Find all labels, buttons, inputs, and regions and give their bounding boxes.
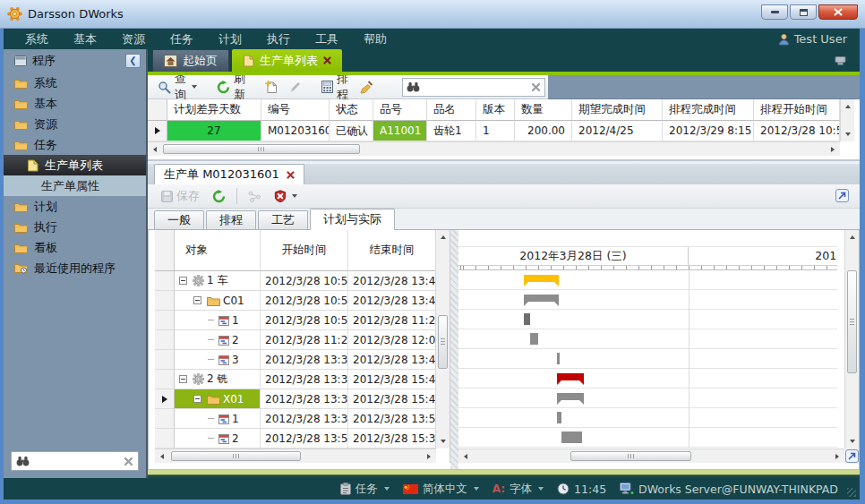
minimize-button[interactable] (761, 4, 788, 20)
subtab-plan-vs-actual[interactable]: 计划与实际 (310, 209, 395, 230)
status-language-dropdown[interactable]: 简体中文 (403, 482, 479, 497)
refresh-detail-button[interactable] (208, 188, 230, 205)
menu-item-help[interactable]: 帮助 (351, 29, 399, 49)
tab-production-order-list[interactable]: 生产单列表 (232, 49, 342, 72)
close-tab-icon[interactable] (323, 56, 331, 64)
user-badge[interactable]: Test User (778, 32, 851, 46)
gantt-vscrollbar[interactable] (844, 230, 859, 448)
menu-item-tools[interactable]: 工具 (303, 29, 351, 49)
status-font-dropdown[interactable]: A: 字体 (492, 482, 544, 497)
sidebar-item-production-order-list[interactable]: 生产单列表 (4, 155, 146, 175)
sidebar-item-plan[interactable]: 计划 (4, 196, 146, 217)
menu-item-execute[interactable]: 执行 (254, 29, 303, 49)
menu-item-resource[interactable]: 资源 (109, 29, 158, 49)
collapse-node-button[interactable] (179, 277, 187, 285)
column-header-status[interactable]: 状态 (330, 99, 373, 121)
grid-data-row[interactable]: 27M012031601已确认A11001齿轮11200.002012/4/25… (148, 121, 840, 141)
gantt-maximize-button[interactable] (844, 448, 859, 463)
relations-button[interactable] (244, 189, 266, 204)
new-button[interactable] (261, 79, 282, 96)
table-row[interactable]: 22012/3/28 11:222012/3/28 12:00 (155, 330, 450, 350)
column-header-qty[interactable]: 数量 (515, 99, 572, 121)
object-label: 1 (232, 413, 239, 425)
sidebar-search-input[interactable] (33, 455, 120, 467)
sidebar-item-basic[interactable]: 基本 (4, 93, 146, 114)
collapse-node-button[interactable] (179, 375, 187, 383)
sidebar-item-kanban[interactable]: 看板 (4, 237, 146, 258)
gantt-hscrollbar[interactable] (458, 448, 844, 463)
table-row[interactable]: 2 铣2012/3/28 13:302012/3/28 15:40 (155, 370, 450, 389)
column-header-item-no[interactable]: 品号 (373, 99, 427, 121)
menu-item-system[interactable]: 系统 (13, 29, 61, 49)
gantt-bar-summary[interactable] (557, 393, 584, 400)
table-column-header[interactable]: 对象 (175, 230, 261, 271)
table-row[interactable]: C012012/3/28 10:522012/3/28 13:40 (155, 291, 450, 311)
collapse-node-button[interactable] (193, 296, 201, 304)
column-header-expected-finish[interactable]: 期望完成时间 (572, 99, 663, 121)
table-hscroll-thumb[interactable] (171, 451, 301, 461)
table-row[interactable]: 32012/3/28 13:302012/3/28 13:40 (155, 350, 450, 370)
sidebar-item-recent-programs[interactable]: 最近使用的程序 (4, 258, 146, 278)
close-doc-icon[interactable] (287, 171, 295, 179)
clear-filter-icon[interactable] (531, 82, 541, 92)
splitter[interactable] (450, 230, 458, 469)
table-row[interactable]: 22012/3/28 13:502012/3/28 15:30 (155, 429, 450, 448)
close-button[interactable] (818, 4, 858, 20)
table-hscrollbar[interactable] (155, 448, 436, 463)
column-header-plan-diff-days[interactable]: 计划差异天数 (167, 99, 261, 121)
table-column-header[interactable]: 开始时间 (261, 230, 348, 271)
restore-button[interactable] (790, 4, 817, 20)
edit-button[interactable] (285, 79, 306, 95)
menu-item-basic[interactable]: 基本 (61, 29, 109, 49)
gantt-bar-summary[interactable] (557, 373, 584, 380)
collapse-node-button[interactable] (193, 395, 201, 403)
gantt-bar-task[interactable] (561, 431, 582, 443)
clear-search-icon[interactable] (124, 457, 133, 466)
subtab-process[interactable]: 工艺 (258, 210, 308, 229)
gantt-bar-task[interactable] (524, 313, 530, 325)
grid-hscrollbar[interactable] (148, 141, 840, 156)
grid-vscrollbar[interactable] (840, 99, 854, 141)
column-header-version[interactable]: 版本 (476, 99, 515, 121)
popout-icon[interactable] (835, 189, 849, 202)
table-row[interactable]: X012012/3/28 13:302012/3/28 15:40 (155, 389, 450, 409)
sidebar-item-execute[interactable]: 执行 (4, 217, 146, 237)
status-task-dropdown[interactable]: 任务 (340, 482, 390, 497)
grid-filter-input[interactable] (424, 81, 527, 93)
subtab-schedule[interactable]: 排程 (206, 210, 256, 229)
table-column-header[interactable]: 结束时间 (348, 230, 436, 271)
table-row[interactable]: 12012/3/28 13:302012/3/28 13:50 (155, 409, 450, 429)
gantt-bar-summary[interactable] (524, 295, 559, 302)
collapse-sidebar-button[interactable]: ❮ (125, 54, 141, 68)
gantt-bar-task[interactable] (530, 333, 538, 345)
sidebar-item-task[interactable]: 任务 (4, 134, 146, 155)
clear-schedule-button[interactable] (355, 79, 378, 96)
gantt-vscroll-thumb[interactable] (847, 270, 857, 373)
tab-home[interactable]: 起始页 (152, 49, 229, 72)
gantt-bar-task[interactable] (557, 353, 560, 364)
resize-grip-icon[interactable] (847, 488, 856, 497)
sidebar-item-resource[interactable]: 资源 (4, 114, 146, 134)
gantt-hscroll-thumb[interactable] (570, 451, 691, 461)
sidebar-item-system[interactable]: 系统 (4, 73, 146, 93)
table-row[interactable]: 1 车2012/3/28 10:522012/3/28 13:40 (155, 271, 450, 291)
end-time-cell: 2012/3/28 12:00 (348, 330, 436, 350)
subtab-general[interactable]: 一般 (154, 210, 204, 229)
gantt-bar-summary[interactable] (524, 275, 559, 282)
sidebar-item-production-order-props[interactable]: 生产单属性 (4, 175, 146, 196)
grid-hscroll-thumb[interactable] (163, 144, 360, 154)
table-vscrollbar[interactable] (435, 230, 450, 448)
save-button[interactable]: 保存 (157, 186, 204, 206)
menu-item-task[interactable]: 任务 (158, 29, 206, 49)
tab-production-order-doc[interactable]: 生产单 M012031601 (154, 164, 304, 184)
table-vscroll-thumb[interactable] (438, 315, 448, 369)
table-row[interactable]: 12012/3/28 10:522012/3/28 11:22 (155, 311, 450, 330)
column-header-code[interactable]: 编号 (261, 99, 330, 121)
validate-button[interactable] (270, 188, 302, 204)
column-header-sched-start[interactable]: 排程开始时间 (754, 99, 840, 121)
menu-item-plan[interactable]: 计划 (206, 29, 254, 49)
pin-tabs-icon[interactable] (834, 55, 847, 66)
column-header-sched-finish[interactable]: 排程完成时间 (663, 99, 754, 121)
gantt-bar-task[interactable] (557, 412, 561, 423)
column-header-item-name[interactable]: 品名 (427, 99, 476, 121)
